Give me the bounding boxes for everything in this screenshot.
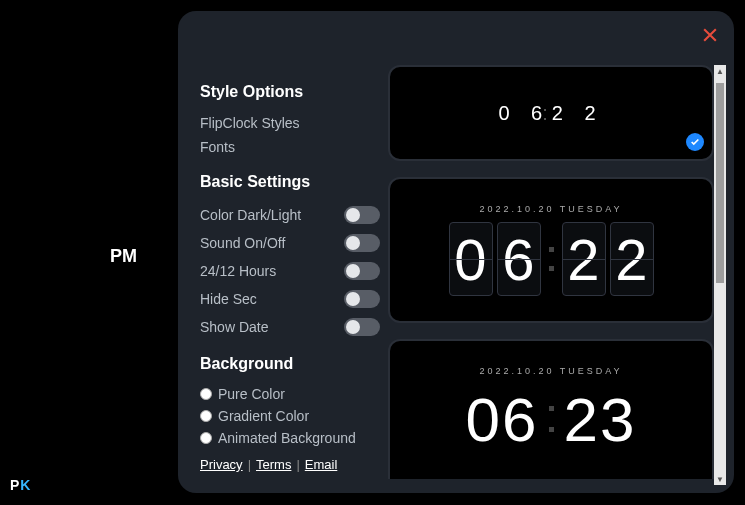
- modal-body: Style Options FlipClock Styles Fonts Bas…: [178, 65, 726, 481]
- scrollbar-thumb[interactable]: [716, 83, 724, 283]
- colon-icon: [549, 406, 554, 432]
- separator: |: [296, 457, 299, 472]
- basic-settings-heading: Basic Settings: [200, 173, 380, 191]
- show-date-row: Show Date: [200, 313, 380, 341]
- watermark-k: K: [20, 477, 31, 493]
- option-label: Gradient Color: [218, 408, 309, 424]
- setting-label: Show Date: [200, 319, 268, 335]
- minutes: 2 2: [552, 102, 604, 124]
- radio-icon: [200, 432, 212, 444]
- colon-icon: [549, 247, 554, 271]
- flip-clock: 0 6 2 2: [449, 222, 654, 296]
- hide-sec-toggle[interactable]: [344, 290, 380, 308]
- option-label: Animated Background: [218, 430, 356, 446]
- show-date-toggle[interactable]: [344, 318, 380, 336]
- setting-label: Sound On/Off: [200, 235, 285, 251]
- minutes: 23: [564, 384, 637, 455]
- hours-toggle[interactable]: [344, 262, 380, 280]
- digit: 2: [610, 222, 654, 296]
- scrollbar[interactable]: ▲ ▼: [714, 65, 726, 485]
- scroll-down-arrow-icon[interactable]: ▼: [714, 473, 726, 485]
- setting-label: 24/12 Hours: [200, 263, 276, 279]
- email-link[interactable]: Email: [305, 457, 338, 472]
- preview-area: 0 6:2 2 2022.10.20 TUESDAY 0 6 2 2 2022.…: [388, 65, 726, 481]
- sound-row: Sound On/Off: [200, 229, 380, 257]
- footer-links: Privacy|Terms|Email: [200, 457, 380, 472]
- settings-sidebar: Style Options FlipClock Styles Fonts Bas…: [178, 65, 388, 481]
- style-options-heading: Style Options: [200, 83, 380, 101]
- terms-link[interactable]: Terms: [256, 457, 291, 472]
- selected-check-icon: [686, 133, 704, 151]
- pure-color-option[interactable]: Pure Color: [200, 383, 380, 405]
- close-icon: [700, 25, 720, 45]
- watermark: PK: [10, 477, 31, 493]
- gradient-color-option[interactable]: Gradient Color: [200, 405, 380, 427]
- radio-icon: [200, 388, 212, 400]
- option-label: Pure Color: [218, 386, 285, 402]
- animated-background-option[interactable]: Animated Background: [200, 427, 380, 449]
- privacy-link[interactable]: Privacy: [200, 457, 243, 472]
- style-preview-3[interactable]: 2022.10.20 TUESDAY 06 23: [388, 339, 714, 479]
- settings-modal: Style Options FlipClock Styles Fonts Bas…: [178, 11, 734, 493]
- radio-icon: [200, 410, 212, 422]
- color-dark-light-toggle[interactable]: [344, 206, 380, 224]
- digit: 0: [449, 222, 493, 296]
- fonts-item[interactable]: Fonts: [200, 135, 380, 159]
- ampm-indicator: PM: [110, 246, 137, 267]
- plain-clock: 06 23: [466, 384, 637, 455]
- setting-label: Color Dark/Light: [200, 207, 301, 223]
- color-dark-light-row: Color Dark/Light: [200, 201, 380, 229]
- digit: 6: [497, 222, 541, 296]
- digit: 2: [562, 222, 606, 296]
- style-preview-1[interactable]: 0 6:2 2: [388, 65, 714, 161]
- watermark-p: P: [10, 477, 20, 493]
- background-heading: Background: [200, 355, 380, 373]
- scroll-up-arrow-icon[interactable]: ▲: [714, 65, 726, 77]
- sound-toggle[interactable]: [344, 234, 380, 252]
- date-label: 2022.10.20 TUESDAY: [479, 366, 622, 376]
- hours-row: 24/12 Hours: [200, 257, 380, 285]
- flipclock-styles-item[interactable]: FlipClock Styles: [200, 111, 380, 135]
- hours: 06: [466, 384, 539, 455]
- date-label: 2022.10.20 TUESDAY: [479, 204, 622, 214]
- clock-display: 0 6:2 2: [498, 102, 603, 125]
- hide-sec-row: Hide Sec: [200, 285, 380, 313]
- close-button[interactable]: [696, 21, 724, 49]
- separator: |: [248, 457, 251, 472]
- style-preview-2[interactable]: 2022.10.20 TUESDAY 0 6 2 2: [388, 177, 714, 323]
- setting-label: Hide Sec: [200, 291, 257, 307]
